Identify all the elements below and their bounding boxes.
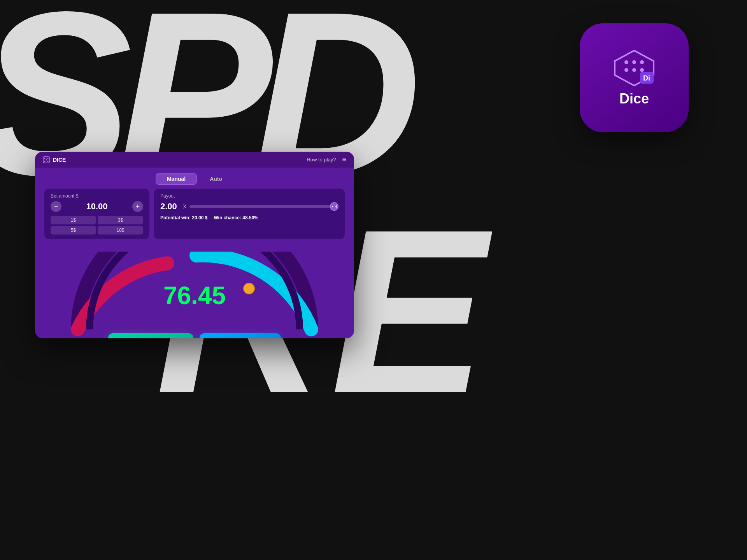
how-to-play-link[interactable]: How to play? xyxy=(307,157,336,163)
bet-section: Bet amount $ − 10.00 + 1$ 3$ 5$ 10$ xyxy=(44,189,149,239)
svg-marker-15 xyxy=(332,205,333,208)
win-chance-label: Win chance: 48.50% xyxy=(214,215,258,220)
payout-label: Payout xyxy=(160,193,338,199)
window-title: DICE xyxy=(43,156,66,163)
roll-under-button[interactable]: ROLL UNDER ▼ 48.50 xyxy=(108,333,194,338)
svg-point-4 xyxy=(624,68,628,72)
bg-letter-e: E xyxy=(331,194,486,428)
header-right: How to play? ≡ xyxy=(307,156,346,164)
controls-row: Bet amount $ − 10.00 + 1$ 3$ 5$ 10$ Payo… xyxy=(35,189,354,244)
svg-point-14 xyxy=(47,161,49,162)
svg-point-3 xyxy=(640,60,644,64)
svg-point-1 xyxy=(624,60,628,64)
bet-label: Bet amount $ xyxy=(51,193,143,199)
potential-win-label: Potential win: 20.00 $ xyxy=(160,215,207,220)
chip-10[interactable]: 10$ xyxy=(98,226,143,234)
svg-point-10 xyxy=(44,158,46,159)
dice-logo-icon: Di xyxy=(607,49,661,88)
payout-multiplier: X xyxy=(183,203,186,210)
svg-marker-16 xyxy=(335,205,337,208)
chip-1[interactable]: 1$ xyxy=(51,216,96,224)
payout-slider-thumb[interactable] xyxy=(330,202,338,211)
window-title-text: DICE xyxy=(53,157,66,163)
payout-section: Payout 2.00 X xyxy=(154,189,345,239)
gauge-value: 76.45 xyxy=(163,281,226,310)
svg-point-11 xyxy=(47,158,49,159)
chip-5[interactable]: 5$ xyxy=(51,226,96,234)
tab-auto[interactable]: Auto xyxy=(198,173,233,185)
svg-point-6 xyxy=(640,68,644,72)
svg-text:Di: Di xyxy=(643,74,650,82)
window-dice-icon xyxy=(43,156,50,163)
svg-point-2 xyxy=(632,60,636,64)
app-icon: Di Dice xyxy=(580,23,689,132)
svg-point-17 xyxy=(244,283,254,294)
payout-slider[interactable] xyxy=(189,201,338,212)
bet-chips: 1$ 3$ 5$ 10$ xyxy=(51,216,143,234)
bet-increase-button[interactable]: + xyxy=(132,201,143,212)
bet-value: 10.00 xyxy=(65,201,129,212)
gauge-area: 76.45 xyxy=(35,244,354,337)
bet-decrease-button[interactable]: − xyxy=(51,201,61,212)
slider-arrows-icon xyxy=(332,204,337,209)
payout-info: Potential win: 20.00 $ Win chance: 48.50… xyxy=(160,215,338,220)
payout-row: 2.00 X xyxy=(160,201,338,212)
svg-point-13 xyxy=(44,161,46,162)
bet-amount-row: − 10.00 + xyxy=(51,201,143,212)
roll-over-button[interactable]: ▲ 51.49 ROLL OVER xyxy=(200,333,281,338)
tab-manual[interactable]: Manual xyxy=(156,173,197,185)
chip-3[interactable]: 3$ xyxy=(98,216,143,224)
payout-slider-track xyxy=(189,205,338,208)
tabs-container: Manual Auto xyxy=(35,168,354,189)
menu-icon[interactable]: ≡ xyxy=(342,156,346,164)
action-buttons: ROLL UNDER ▼ 48.50 ▲ 51.49 ROLL OVER xyxy=(35,333,354,338)
payout-value: 2.00 xyxy=(160,201,180,212)
svg-point-12 xyxy=(46,159,47,160)
app-icon-label: Dice xyxy=(619,91,649,107)
game-window: DICE How to play? ≡ Manual Auto Bet amou… xyxy=(35,152,354,338)
window-header: DICE How to play? ≡ xyxy=(35,152,354,168)
svg-point-5 xyxy=(632,68,636,72)
